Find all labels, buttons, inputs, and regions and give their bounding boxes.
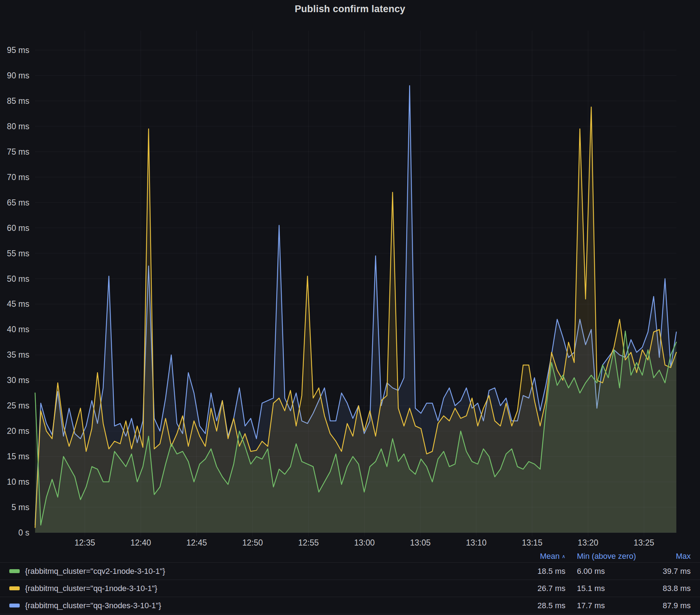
chart-canvas[interactable]: 0 s5 ms10 ms15 ms20 ms25 ms30 ms35 ms40 … bbox=[0, 0, 700, 550]
series-label[interactable]: {rabbitmq_cluster="cqv2-1node-3-10-1"} bbox=[25, 567, 165, 576]
x-axis-tick-label: 13:15 bbox=[522, 538, 543, 547]
y-axis-tick-label: 80 ms bbox=[7, 122, 29, 131]
y-axis-tick-label: 0 s bbox=[18, 528, 29, 537]
stat-min: 6.00 ms bbox=[565, 567, 637, 576]
stat-max: 83.8 ms bbox=[637, 584, 691, 593]
sort-asc-caret-icon: ∧ bbox=[562, 553, 565, 559]
legend-header-mean-label: Mean bbox=[540, 552, 560, 561]
x-axis-tick-label: 12:55 bbox=[298, 538, 319, 547]
series-label[interactable]: {rabbitmq_cluster="qq-3nodes-3-10-1"} bbox=[25, 601, 161, 610]
legend-header-max[interactable]: Max bbox=[637, 552, 691, 561]
legend-header-min[interactable]: Min (above zero) bbox=[565, 552, 637, 561]
x-axis-tick-label: 13:00 bbox=[354, 538, 375, 547]
y-axis-tick-label: 15 ms bbox=[7, 452, 29, 461]
stat-min: 15.1 ms bbox=[565, 584, 637, 593]
y-axis-tick-label: 50 ms bbox=[7, 274, 29, 284]
y-axis-tick-label: 85 ms bbox=[7, 96, 29, 106]
legend-label-cell: {rabbitmq_cluster="qq-1node-3-10-1"} bbox=[0, 584, 515, 593]
x-axis-tick-label: 13:25 bbox=[634, 538, 655, 547]
y-axis-tick-label: 65 ms bbox=[7, 198, 29, 207]
grafana-panel: 0 s5 ms10 ms15 ms20 ms25 ms30 ms35 ms40 … bbox=[0, 0, 700, 615]
series-color-swatch bbox=[9, 586, 20, 590]
x-axis-tick-label: 12:35 bbox=[74, 538, 95, 547]
series-color-swatch bbox=[9, 569, 20, 573]
y-axis-tick-label: 40 ms bbox=[7, 325, 29, 334]
stat-mean: 18.5 ms bbox=[515, 567, 565, 576]
legend-item-qq-3nodes[interactable]: {rabbitmq_cluster="qq-3nodes-3-10-1"} 28… bbox=[0, 597, 700, 614]
x-axis-tick-label: 12:50 bbox=[242, 538, 263, 547]
legend-label-cell: {rabbitmq_cluster="cqv2-1node-3-10-1"} bbox=[0, 567, 515, 576]
legend-header-mean[interactable]: Mean∧ bbox=[515, 552, 565, 561]
y-axis-tick-label: 45 ms bbox=[7, 299, 29, 309]
x-axis-tick-label: 13:20 bbox=[578, 538, 598, 547]
legend: Mean∧ Min (above zero) Max {rabbitmq_clu… bbox=[0, 550, 700, 615]
panel-title[interactable]: Publish confirm latency bbox=[0, 4, 700, 15]
y-axis-tick-label: 75 ms bbox=[7, 147, 29, 156]
legend-label-cell: {rabbitmq_cluster="qq-3nodes-3-10-1"} bbox=[0, 601, 515, 610]
stat-mean: 28.5 ms bbox=[515, 601, 565, 610]
y-axis-tick-label: 95 ms bbox=[7, 45, 29, 55]
stat-max: 87.9 ms bbox=[637, 601, 691, 610]
y-axis-tick-label: 10 ms bbox=[7, 477, 29, 486]
y-axis-tick-label: 70 ms bbox=[7, 173, 29, 182]
y-axis-tick-label: 60 ms bbox=[7, 223, 29, 233]
legend-item-qq-1node[interactable]: {rabbitmq_cluster="qq-1node-3-10-1"} 26.… bbox=[0, 580, 700, 597]
x-axis-tick-label: 12:40 bbox=[131, 538, 151, 547]
y-axis-tick-label: 20 ms bbox=[7, 426, 29, 436]
y-axis-tick-label: 25 ms bbox=[7, 401, 29, 410]
x-axis-tick-label: 13:10 bbox=[466, 538, 487, 547]
y-axis-tick-label: 90 ms bbox=[7, 71, 29, 80]
y-axis-tick-label: 55 ms bbox=[7, 249, 29, 258]
y-axis-tick-label: 35 ms bbox=[7, 350, 29, 359]
series-label[interactable]: {rabbitmq_cluster="qq-1node-3-10-1"} bbox=[25, 584, 157, 593]
x-axis-tick-label: 12:45 bbox=[186, 538, 207, 547]
y-axis-tick-label: 30 ms bbox=[7, 376, 29, 385]
x-axis-tick-label: 13:05 bbox=[410, 538, 431, 547]
stat-mean: 26.7 ms bbox=[515, 584, 565, 593]
y-axis-tick-label: 5 ms bbox=[11, 503, 29, 512]
series-color-swatch bbox=[9, 604, 20, 607]
legend-header-row: Mean∧ Min (above zero) Max bbox=[0, 550, 700, 562]
stat-min: 17.7 ms bbox=[565, 601, 637, 610]
legend-item-cqv2-1node[interactable]: {rabbitmq_cluster="cqv2-1node-3-10-1"} 1… bbox=[0, 562, 700, 580]
stat-max: 39.7 ms bbox=[637, 567, 691, 576]
